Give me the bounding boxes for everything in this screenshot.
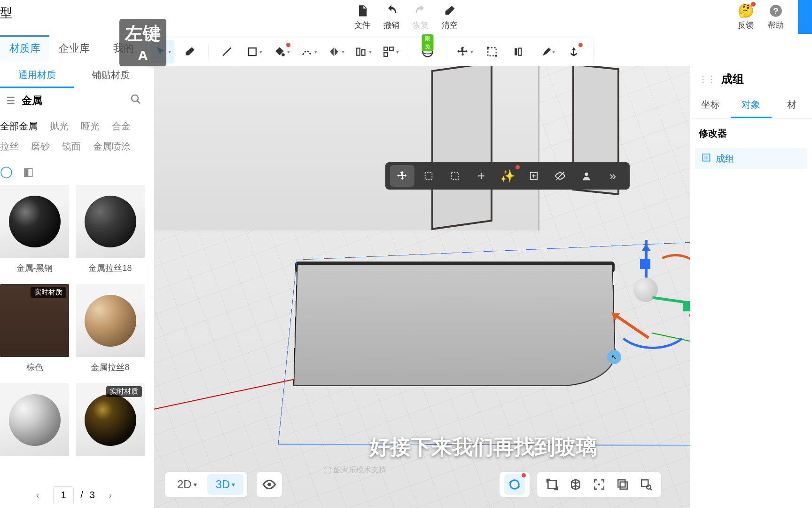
ft-user-tool[interactable] xyxy=(574,165,599,187)
filter-polished[interactable]: 抛光 xyxy=(50,120,69,133)
svg-rect-36 xyxy=(704,155,708,159)
svg-point-13 xyxy=(487,47,489,48)
subtab-general[interactable]: 通用材质 xyxy=(0,62,74,88)
keypress-sub: A xyxy=(125,48,161,64)
file-icon xyxy=(356,4,369,18)
material-card[interactable] xyxy=(0,383,69,465)
frame-tool[interactable] xyxy=(542,474,562,495)
pager-next[interactable]: › xyxy=(102,486,119,504)
orbit-tool[interactable] xyxy=(504,474,525,495)
primary-cta-button[interactable] xyxy=(798,0,812,34)
cube-tool[interactable] xyxy=(565,474,586,495)
undo-label: 撤销 xyxy=(383,20,399,31)
scale-tool[interactable] xyxy=(480,40,504,64)
align-tool[interactable]: ▾ xyxy=(351,40,375,64)
mirror-tool[interactable]: ▾ xyxy=(324,40,348,64)
realtime-tag: 实时材质 xyxy=(31,287,66,298)
ft-pan-tool[interactable] xyxy=(469,165,493,187)
filter-all-metal[interactable]: 全部金属 xyxy=(0,120,38,133)
svg-rect-8 xyxy=(390,47,393,51)
pager-prev[interactable]: ‹ xyxy=(29,486,47,504)
search-icon[interactable] xyxy=(130,94,141,108)
material-sphere xyxy=(9,196,61,247)
svg-point-14 xyxy=(495,55,497,57)
undo-button[interactable]: 撤销 xyxy=(383,4,399,31)
material-card[interactable]: 实时材质棕色 xyxy=(0,284,69,377)
svg-rect-15 xyxy=(515,48,517,55)
brush-tool[interactable]: ▾ xyxy=(535,40,558,64)
swatch-view-icon[interactable]: ◧ xyxy=(23,165,34,178)
svg-rect-31 xyxy=(620,482,627,489)
tab-material-lib[interactable]: 材质库 xyxy=(0,35,49,62)
material-card[interactable]: 实时材质 xyxy=(76,383,145,465)
filter-frosted[interactable]: 磨砂 xyxy=(31,140,50,153)
material-card[interactable]: 金属拉丝8 xyxy=(76,284,145,377)
material-label: 棕色 xyxy=(0,357,69,377)
line-tool[interactable] xyxy=(215,40,239,64)
redo-icon xyxy=(414,4,427,18)
material-sphere xyxy=(9,394,61,446)
ft-selection-tool[interactable] xyxy=(443,165,467,187)
material-card[interactable]: 金属-黑钢 xyxy=(0,185,69,278)
svg-point-29 xyxy=(598,484,600,485)
modifier-group-item[interactable]: 成组 xyxy=(695,148,807,169)
layers-tool[interactable] xyxy=(612,474,633,495)
clear-button[interactable]: 清空 xyxy=(442,4,458,31)
visibility-toggle[interactable] xyxy=(256,471,282,498)
ft-move-tool[interactable] xyxy=(390,165,414,187)
separator xyxy=(208,44,209,59)
view-mode-toggle: 2D▾ 3D▾ xyxy=(164,471,248,498)
svg-point-25 xyxy=(585,173,588,176)
file-label: 文件 xyxy=(354,20,370,31)
material-grid: 金属-黑钢金属拉丝18实时材质棕色金属拉丝8实时材质 xyxy=(0,185,148,465)
help-button[interactable]: ? 帮助 xyxy=(768,4,784,31)
focus-tool[interactable] xyxy=(589,474,609,495)
bottom-right-tools xyxy=(499,471,662,498)
filter-alloy[interactable]: 合金 xyxy=(112,120,131,133)
measure-tool[interactable] xyxy=(508,40,531,64)
free-sphere-tool[interactable]: 限免 xyxy=(416,40,439,64)
feedback-button[interactable]: 🤔 反馈 xyxy=(738,4,754,31)
counter-body xyxy=(293,264,617,386)
ft-visibility-tool[interactable] xyxy=(548,165,572,187)
eraser-tool[interactable] xyxy=(178,40,202,64)
help-icon: ? xyxy=(769,4,782,18)
tab-enterprise-lib[interactable]: 企业库 xyxy=(49,35,99,62)
filter-spray[interactable]: 金属喷涂 xyxy=(93,140,131,153)
filter-brushed[interactable]: 拉丝 xyxy=(0,140,19,153)
filter-mirror[interactable]: 镜面 xyxy=(62,140,81,153)
counter-model[interactable] xyxy=(295,263,615,419)
move-tool[interactable]: ▾ xyxy=(453,40,476,64)
tab-object[interactable]: 对象 xyxy=(731,92,771,118)
view-3d-button[interactable]: 3D▾ xyxy=(207,474,244,495)
free-badge: 限免 xyxy=(422,34,434,51)
curve-tool[interactable]: ▾ xyxy=(297,40,320,64)
anchor-tool[interactable] xyxy=(562,40,586,64)
category-header[interactable]: ☰ 金属 xyxy=(0,88,148,113)
material-label: 金属拉丝18 xyxy=(76,258,145,278)
file-menu[interactable]: 文件 xyxy=(354,4,370,31)
search-model-tool[interactable] xyxy=(636,474,656,495)
fill-tool[interactable]: ▾ xyxy=(270,40,293,64)
clear-label: 清空 xyxy=(442,20,458,31)
svg-rect-20 xyxy=(452,173,459,180)
rect-tool[interactable]: ▾ xyxy=(242,40,266,64)
pager-current[interactable]: 1 xyxy=(53,486,74,504)
drag-handle-icon[interactable]: ⋮⋮ xyxy=(699,74,716,84)
door-frame xyxy=(431,66,492,230)
svg-rect-6 xyxy=(362,50,365,56)
separator xyxy=(409,44,409,59)
separator xyxy=(446,44,446,59)
material-card[interactable]: 金属拉丝18 xyxy=(76,185,145,278)
tab-material[interactable]: 材 xyxy=(772,92,812,118)
array-tool[interactable]: ▾ xyxy=(379,40,402,64)
ft-magic-tool[interactable]: ✨ xyxy=(495,165,520,187)
ft-scale-tool[interactable] xyxy=(416,165,441,187)
tab-coordinate[interactable]: 坐标 xyxy=(690,92,731,118)
ft-more-tool[interactable]: » xyxy=(601,165,625,187)
svg-line-2 xyxy=(223,48,231,56)
ft-add-tool[interactable] xyxy=(522,165,546,187)
filter-matte[interactable]: 哑光 xyxy=(81,120,100,133)
grid-view-icon[interactable]: ◯ xyxy=(0,165,13,178)
view-2d-button[interactable]: 2D▾ xyxy=(169,474,205,495)
